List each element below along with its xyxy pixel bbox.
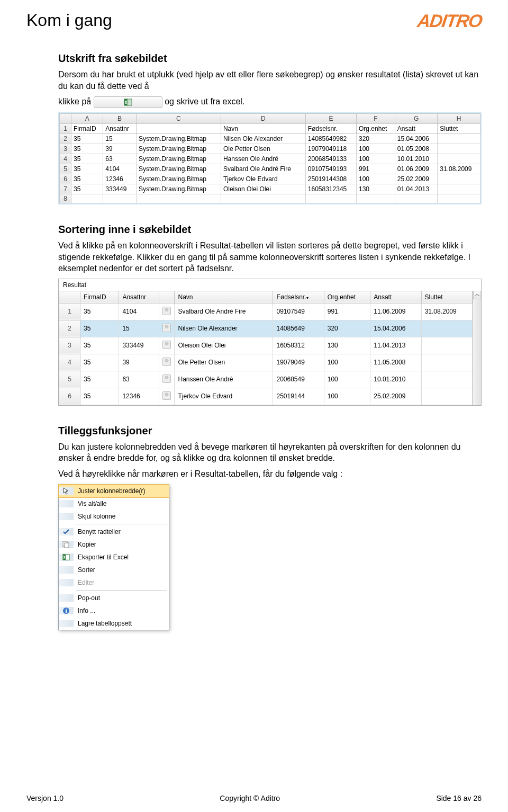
excel-cell[interactable]: FirmaID <box>71 123 103 133</box>
excel-col-header[interactable]: F <box>356 113 395 123</box>
excel-cell[interactable]: 63 <box>103 154 137 164</box>
excel-row-header[interactable]: 3 <box>60 144 71 154</box>
menu-item[interactable]: Lagre tabelloppsett <box>59 617 169 630</box>
menu-item[interactable]: Kopier <box>59 538 169 551</box>
table-row[interactable]: 53563Hanssen Ole André2006854910010.01.2… <box>59 371 473 388</box>
excel-cell[interactable] <box>438 133 480 144</box>
excel-cell[interactable]: 14085649982 <box>305 133 356 144</box>
excel-cell[interactable]: 100 <box>356 144 395 154</box>
excel-cell[interactable]: 12346 <box>103 174 137 184</box>
excel-cell[interactable]: 991 <box>356 164 395 174</box>
excel-cell[interactable]: Ole Petter Olsen <box>221 144 305 154</box>
excel-cell[interactable]: System.Drawing.Bitmap <box>136 133 221 144</box>
excel-cell[interactable]: 01.05.2008 <box>395 144 438 154</box>
scroll-up-button[interactable] <box>473 291 481 299</box>
excel-cell[interactable] <box>221 194 305 203</box>
excel-cell[interactable]: 4104 <box>103 164 137 174</box>
excel-cell[interactable]: 320 <box>356 133 395 144</box>
excel-cell[interactable]: Tjerkov Ole Edvard <box>221 174 305 184</box>
excel-cell[interactable] <box>438 194 480 203</box>
grid-col-ansatt[interactable]: Ansatt <box>370 291 421 303</box>
excel-col-header[interactable]: C <box>136 113 221 123</box>
excel-cell[interactable]: 16058312345 <box>305 184 356 194</box>
excel-row-header[interactable]: 2 <box>60 133 71 144</box>
excel-cell[interactable]: 31.08.2009 <box>438 164 480 174</box>
grid-col-firmaid[interactable]: FirmaID <box>80 291 119 303</box>
grid-row-header[interactable]: 1 <box>59 303 80 320</box>
menu-item[interactable]: Info ... <box>59 604 169 617</box>
grid-corner[interactable] <box>59 291 80 303</box>
excel-cell[interactable]: 35 <box>71 133 103 144</box>
excel-col-header[interactable]: H <box>438 113 480 123</box>
table-row[interactable]: 335333449Oleison Olei Olei1605831213011.… <box>59 337 473 354</box>
menu-item[interactable]: Eksporter til Excel <box>59 551 169 564</box>
excel-col-header[interactable]: E <box>305 113 356 123</box>
excel-cell[interactable] <box>438 154 480 164</box>
excel-cell[interactable] <box>305 194 356 203</box>
excel-cell[interactable]: 35 <box>71 154 103 164</box>
excel-cell[interactable] <box>395 194 438 203</box>
excel-cell[interactable]: 35 <box>71 174 103 184</box>
excel-cell[interactable] <box>136 194 221 203</box>
menu-item[interactable]: Pop-out <box>59 592 169 604</box>
excel-cell[interactable]: Fødselsnr. <box>305 123 356 133</box>
excel-cell[interactable]: System.Drawing.Bitmap <box>136 184 221 194</box>
excel-cell[interactable]: 35 <box>71 184 103 194</box>
excel-cell[interactable]: 25.02.2009 <box>395 174 438 184</box>
excel-cell[interactable]: System.Drawing.Bitmap <box>136 144 221 154</box>
excel-row-header[interactable]: 5 <box>60 164 71 174</box>
table-row[interactable]: 1354104Svalbard Ole André Fire0910754999… <box>59 303 473 320</box>
excel-cell[interactable]: Navn <box>221 123 305 133</box>
excel-cell[interactable]: Org.enhet <box>356 123 395 133</box>
excel-row-header[interactable]: 4 <box>60 154 71 164</box>
scrollbar[interactable] <box>473 291 481 405</box>
excel-cell[interactable]: 01.04.2013 <box>395 184 438 194</box>
excel-cell[interactable] <box>356 194 395 203</box>
excel-cell[interactable]: System.Drawing.Bitmap <box>136 154 221 164</box>
table-row[interactable]: 43539Ole Petter Olsen1907904910011.05.20… <box>59 354 473 371</box>
grid-row-header[interactable]: 6 <box>59 388 80 405</box>
menu-item[interactable]: Benytt radteller <box>59 525 169 538</box>
table-row[interactable]: 23515Nilsen Ole Alexander1408564932015.0… <box>59 320 473 337</box>
excel-cell[interactable]: 25019144308 <box>305 174 356 184</box>
excel-cell[interactable]: 100 <box>356 174 395 184</box>
excel-cell[interactable] <box>438 174 480 184</box>
excel-row-header[interactable]: 8 <box>60 194 71 203</box>
excel-cell[interactable]: Ansatt <box>395 123 438 133</box>
excel-row-header[interactable]: 6 <box>60 174 71 184</box>
excel-cell[interactable] <box>136 123 221 133</box>
grid-row-header[interactable]: 5 <box>59 371 80 388</box>
excel-cell[interactable]: Ansattnr <box>103 123 137 133</box>
excel-col-header[interactable]: G <box>395 113 438 123</box>
excel-cell[interactable]: 15 <box>103 133 137 144</box>
grid-row-header[interactable]: 4 <box>59 354 80 371</box>
excel-col-header[interactable]: A <box>71 113 103 123</box>
excel-cell[interactable]: Nilsen Ole Alexander <box>221 133 305 144</box>
excel-cell[interactable]: Sluttet <box>438 123 480 133</box>
excel-cell[interactable]: 10.01.2010 <box>395 154 438 164</box>
grid-col-navn[interactable]: Navn <box>175 291 273 303</box>
excel-col-header[interactable]: D <box>221 113 305 123</box>
excel-cell[interactable]: 130 <box>356 184 395 194</box>
excel-cell[interactable]: 15.04.2006 <box>395 133 438 144</box>
grid-row-header[interactable]: 2 <box>59 320 80 337</box>
menu-item[interactable]: Sorter <box>59 564 169 576</box>
excel-cell[interactable]: 19079049118 <box>305 144 356 154</box>
menu-item[interactable]: Skjul kolonne <box>59 510 169 523</box>
excel-cell[interactable] <box>438 144 480 154</box>
excel-cell[interactable]: 35 <box>71 164 103 174</box>
grid-col-avatar[interactable] <box>159 291 175 303</box>
excel-cell[interactable]: 100 <box>356 154 395 164</box>
excel-cell[interactable]: 20068549133 <box>305 154 356 164</box>
excel-cell[interactable] <box>103 194 137 203</box>
menu-item[interactable]: Vis alt/alle <box>59 497 169 510</box>
grid-col-sluttet[interactable]: Sluttet <box>421 291 472 303</box>
excel-cell[interactable]: 333449 <box>103 184 137 194</box>
excel-cell[interactable] <box>71 194 103 203</box>
excel-cell[interactable]: Oleison Olei Olei <box>221 184 305 194</box>
excel-cell[interactable]: 39 <box>103 144 137 154</box>
menu-item[interactable]: Juster kolonnebredde(r) <box>58 484 169 498</box>
excel-row-header[interactable]: 7 <box>60 184 71 194</box>
excel-cell[interactable]: 09107549193 <box>305 164 356 174</box>
table-row[interactable]: 63512346Tjerkov Ole Edvard2501914410025.… <box>59 388 473 405</box>
